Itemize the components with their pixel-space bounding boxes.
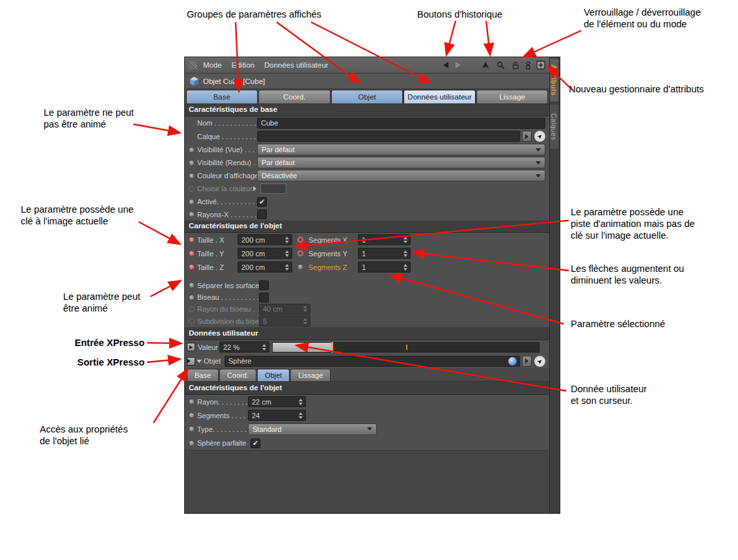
stepper-arrows-icon[interactable]	[401, 250, 410, 257]
objet-lien-picker-icon[interactable]	[534, 355, 546, 367]
lock-icon[interactable]	[512, 61, 520, 70]
segments-sphere-field[interactable]: 24	[248, 410, 306, 421]
keyframe-dot-track[interactable]	[297, 237, 303, 243]
stepper-arrows-icon[interactable]	[282, 264, 292, 271]
animation-dot[interactable]	[189, 426, 195, 432]
menu-bar: Mode Edition Données utilisateur	[185, 57, 549, 73]
row-nom: Nom . . . . . . . . . . . . . . Cube	[185, 116, 549, 129]
valeur-field[interactable]: 22 %	[219, 341, 269, 353]
tab-donnees-utilisateur[interactable]: Données utilisateur	[403, 90, 476, 103]
animation-dot[interactable]	[189, 295, 195, 300]
type-sphere-dropdown[interactable]: Standard	[248, 423, 377, 435]
linked-tab-base[interactable]: Base	[187, 369, 219, 381]
animation-dot[interactable]	[189, 211, 195, 217]
annotation-can-animate: Le paramètre peut être animé	[63, 291, 141, 314]
segments-z-label-selected[interactable]: Segments Z	[308, 263, 358, 271]
calque-input[interactable]	[257, 131, 520, 142]
tab-lissage[interactable]: Lissage	[476, 90, 549, 103]
side-tab-attributs[interactable]: Attributs	[550, 59, 558, 101]
disclosure-triangle-icon[interactable]	[197, 360, 202, 363]
animation-dot-disabled	[189, 306, 195, 312]
calque-picker-icon[interactable]	[534, 130, 546, 142]
stepper-arrows-icon[interactable]	[296, 412, 305, 419]
stepper-arrows-icon	[301, 318, 310, 325]
row-biseau: Biseau . . . . . . . . . . . . .	[185, 291, 549, 303]
linked-tab-coord[interactable]: Coord.	[219, 369, 256, 381]
annotation-track-no-key: Le paramètre possède une piste d'animati…	[571, 206, 695, 241]
xpresso-out-port-icon[interactable]	[187, 357, 195, 366]
linked-tab-objet[interactable]: Objet	[257, 369, 290, 381]
history-back-icon[interactable]	[442, 61, 450, 69]
calque-menu-button[interactable]	[522, 131, 532, 142]
visibilite-vue-dropdown[interactable]: Par défaut	[257, 144, 545, 155]
linked-tab-lissage[interactable]: Lissage	[290, 369, 331, 381]
objet-lien-value: Sphère	[228, 357, 251, 365]
animation-dot[interactable]	[189, 282, 195, 288]
animation-dot[interactable]	[189, 412, 195, 418]
menu-edition[interactable]: Edition	[232, 61, 254, 69]
history-forward-icon[interactable]	[454, 61, 462, 69]
valeur-slider[interactable]	[272, 342, 540, 353]
stepper-arrows-icon[interactable]	[282, 237, 292, 243]
segments-y-field[interactable]: 1	[358, 248, 411, 259]
link-mode-icon[interactable]	[525, 61, 532, 70]
objet-lien-menu-button[interactable]	[522, 356, 532, 367]
title-bar: Objet Cube [Cube]	[185, 73, 549, 89]
segments-z-value: 1	[362, 263, 366, 271]
animation-dot[interactable]	[189, 147, 195, 153]
row-taille-x: Taille . X 200 cm Segments X 1	[185, 233, 549, 247]
taille-y-field[interactable]: 200 cm	[238, 248, 292, 259]
biseau-checkbox[interactable]	[259, 293, 269, 302]
segments-x-field[interactable]: 1	[358, 234, 411, 245]
active-checkbox[interactable]: ✔	[257, 197, 267, 207]
tab-base[interactable]: Base	[186, 90, 258, 103]
animation-dot[interactable]	[189, 199, 195, 205]
tab-coord[interactable]: Coord.	[258, 90, 331, 103]
search-icon[interactable]	[497, 61, 505, 70]
expand-arrow-icon[interactable]	[253, 186, 256, 191]
subdivision-biseau-value: 5	[263, 317, 267, 325]
taille-x-field[interactable]: 200 cm	[238, 234, 292, 245]
rayon-sphere-field[interactable]: 22 cm	[248, 396, 306, 407]
segments-z-field[interactable]: 1	[358, 261, 411, 273]
side-tab-calques[interactable]: Calques	[550, 105, 558, 149]
separer-surfaces-checkbox[interactable]	[259, 280, 269, 290]
keyframe-dot-key[interactable]	[189, 264, 195, 270]
animation-dot[interactable]	[189, 160, 195, 166]
stepper-arrows-icon[interactable]	[296, 399, 305, 405]
xpresso-in-port-icon[interactable]	[187, 343, 195, 351]
row-sphere-parfaite: Sphère parfaite ✔	[185, 436, 549, 450]
keyframe-dot-key[interactable]	[189, 250, 195, 256]
keyframe-dot-key[interactable]	[189, 237, 195, 243]
tab-objet[interactable]: Objet	[331, 90, 403, 103]
color-swatch[interactable]	[260, 183, 286, 194]
visibilite-rendu-dropdown[interactable]: Par défaut	[257, 157, 545, 168]
stepper-arrows-icon[interactable]	[282, 250, 292, 257]
animation-dot[interactable]	[189, 440, 195, 446]
sphere-parfaite-checkbox[interactable]: ✔	[251, 438, 260, 448]
slider-handle[interactable]	[331, 342, 333, 353]
menu-donnees-utilisateur[interactable]: Données utilisateur	[264, 61, 328, 69]
rayons-x-checkbox[interactable]	[257, 209, 267, 219]
animation-dot[interactable]	[189, 173, 195, 179]
panel-content: Caractéristiques de base Nom . . . . . .…	[185, 104, 549, 513]
chevron-down-icon	[536, 174, 541, 178]
segments-y-value: 1	[362, 250, 366, 258]
slider-default-tick	[406, 345, 407, 350]
menu-mode[interactable]: Mode	[203, 61, 222, 69]
stepper-arrows-icon[interactable]	[260, 344, 269, 351]
animation-dot-disabled	[189, 186, 195, 192]
couleur-affichage-dropdown[interactable]: Désactivée	[257, 170, 545, 181]
taille-z-field[interactable]: 200 cm	[238, 261, 292, 273]
animation-dot[interactable]	[189, 399, 195, 405]
new-attribute-manager-icon[interactable]	[536, 60, 545, 70]
animation-dot[interactable]	[297, 264, 303, 270]
stepper-arrows-icon[interactable]	[401, 237, 410, 243]
keyframe-dot-track[interactable]	[297, 250, 303, 256]
stepper-arrows-icon[interactable]	[401, 264, 410, 271]
grip-icon[interactable]	[189, 61, 197, 70]
objet-lien-input[interactable]: Sphère	[225, 356, 520, 367]
nom-input[interactable]: Cube	[257, 118, 545, 129]
panel-title: Objet Cube [Cube]	[203, 77, 265, 85]
history-up-icon[interactable]	[482, 61, 489, 69]
